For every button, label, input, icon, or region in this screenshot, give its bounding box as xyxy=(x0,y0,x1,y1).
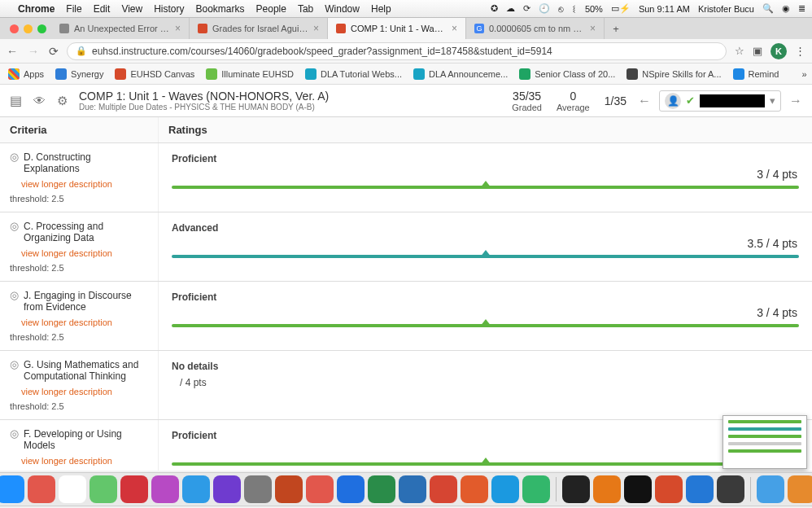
dock-app-icon[interactable] xyxy=(89,475,117,503)
dock-app-icon[interactable] xyxy=(28,475,55,503)
view-longer-description-link[interactable]: view longer description xyxy=(21,387,148,396)
screencast-icon[interactable]: ✪ xyxy=(491,3,498,14)
timemachine-icon[interactable]: 🕘 xyxy=(539,3,550,14)
bookmark-item[interactable]: Synergy xyxy=(55,68,103,80)
close-icon[interactable]: × xyxy=(452,23,457,34)
visibility-icon[interactable]: 👁 xyxy=(33,94,46,107)
dock-app-icon[interactable] xyxy=(244,475,272,503)
rubric-panel[interactable]: Criteria Ratings ◎D. Constructing Explan… xyxy=(0,117,812,471)
spotlight-icon[interactable]: 🔍 xyxy=(762,3,774,14)
browser-tab[interactable]: G0.0000605 cm to nm - Google× xyxy=(466,18,605,39)
back-button[interactable]: ← xyxy=(7,45,18,58)
rating-cell[interactable]: Proficient 3 / 4 pts xyxy=(159,143,812,212)
view-longer-description-link[interactable]: view longer description xyxy=(21,179,148,189)
dock-app-icon[interactable] xyxy=(522,475,550,503)
gradebook-icon[interactable]: ▤ xyxy=(10,93,22,108)
browser-tab-active[interactable]: COMP 1: Unit 1 - Waves (NON× xyxy=(328,18,466,39)
dock-app-icon[interactable] xyxy=(120,475,148,503)
dock-app-icon[interactable] xyxy=(59,475,86,503)
menu-help[interactable]: Help xyxy=(371,3,391,15)
dock-app-icon[interactable] xyxy=(399,475,426,503)
menu-window[interactable]: Window xyxy=(325,3,360,15)
bookmark-item[interactable]: EUHSD Canvas xyxy=(115,68,194,80)
bookmark-item[interactable]: Illuminate EUHSD xyxy=(206,68,294,80)
rating-cell[interactable]: Proficient xyxy=(159,420,812,471)
apps-button[interactable]: Apps xyxy=(8,68,44,80)
view-longer-description-link[interactable]: view longer description xyxy=(21,318,148,327)
cast-icon[interactable]: ▣ xyxy=(753,45,762,57)
student-selector[interactable]: 👤 ✔ ▾ xyxy=(659,90,781,112)
dock-app-icon[interactable] xyxy=(717,475,744,503)
prev-student-button[interactable]: ← xyxy=(638,94,651,108)
dock-app-icon[interactable] xyxy=(788,475,812,503)
dock-app-icon[interactable] xyxy=(430,475,457,503)
menu-people[interactable]: People xyxy=(256,3,286,15)
dock-app-icon[interactable] xyxy=(0,475,24,503)
rating-cell[interactable]: No details / 4 pts xyxy=(159,351,812,419)
bookmarks-overflow[interactable]: » xyxy=(801,69,806,79)
dock-app-icon[interactable] xyxy=(213,475,241,503)
address-bar[interactable]: 🔒 euhsd.instructure.com/courses/14060/gr… xyxy=(67,42,727,60)
clock[interactable]: Sun 9:11 AM xyxy=(639,4,690,14)
dock-app-icon[interactable] xyxy=(686,475,714,503)
zoom-window-button[interactable] xyxy=(37,24,46,33)
close-icon[interactable]: × xyxy=(313,23,319,34)
dock-app-icon[interactable] xyxy=(461,475,488,503)
browser-tab[interactable]: An Unexpected Error has occu× xyxy=(51,18,190,39)
user-name[interactable]: Kristofer Bucu xyxy=(698,4,754,14)
dock-app-icon[interactable] xyxy=(491,475,519,503)
menu-bookmarks[interactable]: Bookmarks xyxy=(196,3,245,15)
rating-slider[interactable] xyxy=(172,462,799,466)
rating-slider[interactable] xyxy=(172,186,799,189)
bluetooth-icon[interactable]: ⎋ xyxy=(558,4,564,14)
menu-tab[interactable]: Tab xyxy=(298,3,313,15)
menu-edit[interactable]: Edit xyxy=(94,3,111,15)
bookmark-item[interactable]: DLA Tutorial Webs... xyxy=(305,68,402,80)
view-longer-description-link[interactable]: view longer description xyxy=(21,456,148,466)
rating-slider[interactable] xyxy=(172,255,799,258)
backup-icon[interactable]: ⟳ xyxy=(523,3,530,14)
dock-app-icon[interactable] xyxy=(368,475,395,503)
close-icon[interactable]: × xyxy=(590,23,596,34)
rating-slider[interactable] xyxy=(172,324,799,327)
new-tab-button[interactable]: + xyxy=(605,18,627,39)
menu-history[interactable]: History xyxy=(154,3,184,15)
battery-icon[interactable]: ▭⚡ xyxy=(611,3,631,14)
minimize-window-button[interactable] xyxy=(24,24,33,33)
menu-file[interactable]: File xyxy=(66,3,81,15)
next-student-button[interactable]: → xyxy=(789,94,802,108)
app-name[interactable]: Chrome xyxy=(18,3,55,15)
assignment-title[interactable]: COMP 1: Unit 1 - Waves (NON-HONORS, Ver.… xyxy=(79,90,500,103)
notification-icon[interactable]: ≣ xyxy=(798,3,805,14)
dock-app-icon[interactable] xyxy=(757,475,784,503)
cloud-icon[interactable]: ☁ xyxy=(506,3,515,14)
dock-app-icon[interactable] xyxy=(655,475,683,503)
profile-avatar[interactable]: K xyxy=(771,43,787,59)
screen-share-preview[interactable] xyxy=(723,415,807,469)
dock-app-icon[interactable] xyxy=(624,475,652,503)
reload-button[interactable]: ⟳ xyxy=(49,45,59,58)
dock-app-icon[interactable] xyxy=(337,475,365,503)
bookmark-item[interactable]: Remind xyxy=(733,68,779,80)
menu-icon[interactable]: ⋮ xyxy=(795,45,805,57)
dock-app-icon[interactable] xyxy=(275,475,303,503)
menu-view[interactable]: View xyxy=(121,3,142,15)
bookmark-item[interactable]: NSpire Skills for A... xyxy=(626,68,721,80)
close-window-button[interactable] xyxy=(10,24,19,33)
rating-cell[interactable]: Advanced 3.5 / 4 pts xyxy=(159,212,812,281)
bookmark-item[interactable]: DLA Announceme... xyxy=(413,68,508,80)
star-icon[interactable]: ☆ xyxy=(735,45,744,57)
dock-app-icon[interactable] xyxy=(562,475,590,503)
forward-button[interactable]: → xyxy=(28,45,39,58)
close-icon[interactable]: × xyxy=(175,23,181,34)
settings-icon[interactable]: ⚙ xyxy=(57,94,68,108)
dock-app-icon[interactable] xyxy=(151,475,179,503)
dock-app-icon[interactable] xyxy=(182,475,210,503)
view-longer-description-link[interactable]: view longer description xyxy=(21,248,148,258)
browser-tab[interactable]: Grades for Israel Aguilar: PHYS× xyxy=(190,18,328,39)
rating-cell[interactable]: Proficient 3 / 4 pts xyxy=(159,282,812,350)
dock-app-icon[interactable] xyxy=(306,475,334,503)
siri-icon[interactable]: ◉ xyxy=(782,3,790,14)
dock-app-icon[interactable] xyxy=(593,475,621,503)
wifi-icon[interactable]: ⧙ xyxy=(572,4,577,14)
